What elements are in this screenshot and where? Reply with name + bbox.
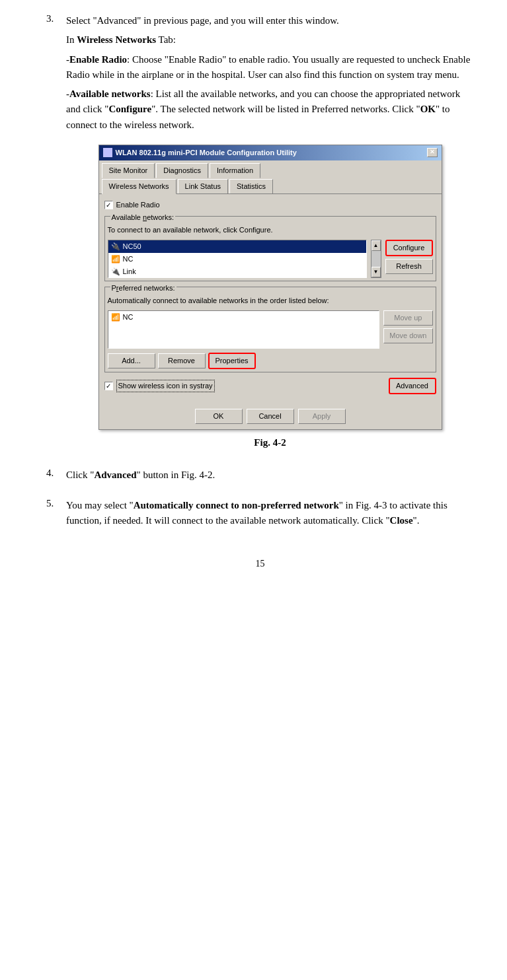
preferred-networks-area: 📶 NC Move up Move down xyxy=(108,310,433,349)
item5-text: You may select "Automatically connect to… xyxy=(66,498,474,529)
preferred-buttons: Move up Move down xyxy=(383,310,432,343)
preferred-network-list[interactable]: 📶 NC xyxy=(108,310,380,349)
configure-button[interactable]: Configure xyxy=(385,240,433,256)
dialog-title-text: WLAN 802.11g mini-PCI Module Configurati… xyxy=(116,147,297,158)
available-networks-info: To connect to an available network, clic… xyxy=(108,225,433,236)
available-scrollbar[interactable]: ▲ ▼ xyxy=(371,240,381,278)
available-networks-label: Available networks: xyxy=(110,212,176,223)
refresh-button[interactable]: Refresh xyxy=(385,259,433,274)
list-item-4: 4. Click "Advanced" button in Fig. 4-2. xyxy=(46,468,474,487)
item4-text: Click "Advanced" button in Fig. 4-2. xyxy=(66,468,474,483)
list-item-5: 5. You may select "Automatically connect… xyxy=(46,498,474,533)
move-down-button[interactable]: Move down xyxy=(383,328,432,343)
network-item-nc50[interactable]: 🔌 NC50 xyxy=(108,240,366,253)
show-wireless-label: Show wireless icon in systray xyxy=(116,380,215,392)
available-networks-text: -Available networks: List all the availa… xyxy=(66,87,474,133)
enable-radio-checkbox[interactable]: ✓ xyxy=(104,201,113,209)
tab-link-status[interactable]: Link Status xyxy=(178,179,228,193)
list-number-5: 5. xyxy=(46,498,66,533)
tab-wireless-networks[interactable]: Wireless Networks xyxy=(102,179,176,194)
tabs-row2: Wireless Networks Link Status Statistics xyxy=(99,178,442,194)
scroll-track xyxy=(371,251,381,267)
figure-container: WLAN 802.11g mini-PCI Module Configurati… xyxy=(66,145,474,451)
dialog-footer: OK Cancel Apply xyxy=(99,405,442,429)
tab-information[interactable]: Information xyxy=(210,163,260,178)
list-content-3: Select "Advanced" in previous page, and … xyxy=(66,13,474,457)
available-networks-content: To connect to an available network, clic… xyxy=(108,225,433,278)
underline-n: n xyxy=(143,213,147,221)
preferred-name-nc: NC xyxy=(123,312,134,323)
wireless-networks-tab: In Wireless Networks Tab: xyxy=(66,32,474,48)
show-wireless-checkbox[interactable]: ✓ xyxy=(104,382,113,390)
available-buttons: Configure Refresh xyxy=(385,240,433,274)
available-networks-group: Available networks: To connect to an ava… xyxy=(104,216,436,281)
network-name-link: Link xyxy=(123,266,136,277)
network-icon-nc50: 🔌 xyxy=(111,241,120,252)
ok-button[interactable]: OK xyxy=(195,409,243,424)
preferred-item-nc[interactable]: 📶 NC xyxy=(108,311,379,324)
tab-site-monitor[interactable]: Site Monitor xyxy=(102,163,155,178)
preferred-bottom-buttons: Add... Remove Properties xyxy=(108,353,433,369)
preferred-networks-group: Preferred networks: Automatically connec… xyxy=(104,287,436,372)
tabs-row1: Site Monitor Diagnostics Information xyxy=(99,160,442,178)
network-item-link[interactable]: 🔌 Link xyxy=(108,265,366,278)
enable-radio-text: -Enable Radio: Choose "Enable Radio" to … xyxy=(66,52,474,83)
enable-radio-label: Enable Radio xyxy=(116,199,160,211)
figure-caption: Fig. 4-2 xyxy=(254,435,286,450)
network-item-nc[interactable]: 📶 NC xyxy=(108,253,366,265)
remove-button[interactable]: Remove xyxy=(158,353,206,368)
intro-text: Select "Advanced" in previous page, and … xyxy=(66,13,474,28)
close-button[interactable]: ✕ xyxy=(427,148,438,157)
network-icon-link: 🔌 xyxy=(111,266,120,277)
dialog-box: WLAN 802.11g mini-PCI Module Configurati… xyxy=(98,145,442,430)
enable-radio-row: ✓ Enable Radio xyxy=(104,199,436,211)
dialog-body: ✓ Enable Radio Available networks: To co… xyxy=(99,194,442,405)
tab-statistics[interactable]: Statistics xyxy=(229,179,273,193)
show-wireless-row: ✓ Show wireless icon in systray Advanced xyxy=(104,378,436,394)
apply-button[interactable]: Apply xyxy=(298,409,346,424)
preferred-networks-content: Automatically connect to available netwo… xyxy=(108,295,433,369)
page-number: 15 xyxy=(46,559,474,569)
add-button[interactable]: Add... xyxy=(108,353,155,368)
list-content-5: You may select "Automatically connect to… xyxy=(66,498,474,533)
available-network-list[interactable]: 🔌 NC50 📶 NC 🔌 Link xyxy=(108,240,367,278)
network-name-nc50: NC50 xyxy=(123,241,141,252)
underline-r: r xyxy=(116,284,119,292)
list-number-3: 3. xyxy=(46,13,66,457)
scroll-down-arrow[interactable]: ▼ xyxy=(371,267,381,277)
move-up-button[interactable]: Move up xyxy=(383,310,432,326)
preferred-networks-label: Preferred networks: xyxy=(110,283,176,294)
preferred-icon-nc: 📶 xyxy=(111,312,120,323)
tab-diagnostics[interactable]: Diagnostics xyxy=(156,163,208,178)
scroll-up-arrow[interactable]: ▲ xyxy=(371,240,381,251)
properties-button[interactable]: Properties xyxy=(208,353,256,369)
list-item-3: 3. Select "Advanced" in previous page, a… xyxy=(46,13,474,457)
networks-area: 🔌 NC50 📶 NC 🔌 Link xyxy=(108,240,433,278)
preferred-networks-info: Automatically connect to available netwo… xyxy=(108,295,433,306)
network-icon-nc: 📶 xyxy=(111,254,120,265)
network-name-nc: NC xyxy=(123,254,134,265)
dialog-titlebar: WLAN 802.11g mini-PCI Module Configurati… xyxy=(99,145,442,160)
dialog-title: WLAN 802.11g mini-PCI Module Configurati… xyxy=(103,147,297,158)
app-icon xyxy=(103,148,112,157)
list-number-4: 4. xyxy=(46,468,66,487)
advanced-button[interactable]: Advanced xyxy=(389,378,436,394)
cancel-button[interactable]: Cancel xyxy=(247,409,294,424)
list-content-4: Click "Advanced" button in Fig. 4-2. xyxy=(66,468,474,487)
